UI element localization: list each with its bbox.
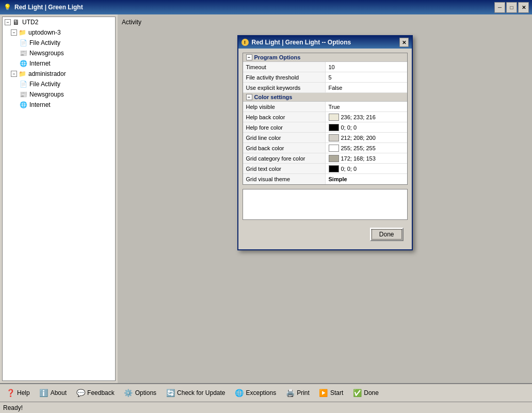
help-button[interactable]: ❓ Help xyxy=(3,387,33,399)
prop-value-help-visible[interactable]: True xyxy=(326,102,407,112)
options-label: Options xyxy=(135,389,156,396)
about-icon: ℹ️ xyxy=(39,388,49,398)
expand-icon-utd2[interactable]: − xyxy=(5,19,11,25)
check-for-update-icon: 🔄 xyxy=(166,388,175,398)
grid-line-color-text: 212; 208; 200 xyxy=(341,135,376,141)
prop-value-grid-category-fore-color[interactable]: 172; 168; 153 xyxy=(326,153,407,163)
print-label: Print xyxy=(297,389,310,396)
tree-label-utd2: UTD2 xyxy=(22,19,38,26)
help-back-color-swatch[interactable] xyxy=(329,114,339,121)
tree-item-uptodown3[interactable]: − 📁 uptodown-3 xyxy=(3,27,115,38)
tree-label-internet-1: Internet xyxy=(29,60,51,67)
tree-item-file-activity-1[interactable]: 📄 File Activity xyxy=(3,38,115,48)
grid-line-color-swatch[interactable] xyxy=(329,134,339,141)
tree-item-newsgroups-2[interactable]: 📰 Newsgroups xyxy=(3,89,115,100)
done-button[interactable]: Done xyxy=(370,228,404,241)
color-settings-label: Color settings xyxy=(254,94,293,100)
status-bar: Ready! xyxy=(0,402,532,413)
grid-category-fore-color-text: 172; 168; 153 xyxy=(341,155,376,162)
prop-value-help-back-color[interactable]: 236; 233; 216 xyxy=(326,112,407,122)
done-toolbar-button[interactable]: ✅ Done xyxy=(350,387,381,399)
tree-label-newsgroups-1: Newsgroups xyxy=(29,50,64,57)
prop-name-file-activity-threshold: File activity threshold xyxy=(243,72,326,82)
folder-icon-uptodown3: 📁 xyxy=(18,28,26,37)
prop-name-help-visible: Help visible xyxy=(243,102,326,112)
tree-item-newsgroups-1[interactable]: 📰 Newsgroups xyxy=(3,48,115,58)
tree-panel: − 🖥 UTD2 − 📁 uptodown-3 📄 File Activity … xyxy=(2,17,116,381)
prop-name-grid-category-fore-color: Grid category fore color xyxy=(243,153,326,163)
check-for-update-button[interactable]: 🔄 Check for Update xyxy=(163,387,228,399)
tree-item-administrador[interactable]: − 📁 administrador xyxy=(3,69,115,79)
start-button[interactable]: ▶️ Start xyxy=(316,387,346,399)
prop-name-grid-back-color: Grid back color xyxy=(243,143,326,153)
options-button[interactable]: ⚙️ Options xyxy=(121,387,159,399)
expand-icon-administrador[interactable]: − xyxy=(11,71,17,77)
grid-text-color-swatch[interactable] xyxy=(329,165,339,172)
prop-row-grid-text-color: Grid text color 0; 0; 0 xyxy=(243,164,407,174)
prop-name-help-back-color: Help back color xyxy=(243,112,326,122)
prop-value-use-explicit-keywords[interactable]: False xyxy=(326,83,407,92)
window-controls: ─ □ ✕ xyxy=(494,2,529,13)
computer-icon: 🖥 xyxy=(12,18,20,26)
prop-value-grid-back-color[interactable]: 255; 255; 255 xyxy=(326,143,407,153)
prop-value-grid-line-color[interactable]: 212; 208; 200 xyxy=(326,133,407,142)
help-fore-color-swatch[interactable] xyxy=(329,124,339,131)
expand-icon-uptodown3[interactable]: − xyxy=(11,29,17,36)
close-button[interactable]: ✕ xyxy=(518,2,529,13)
prop-row-timeout: Timeout 10 xyxy=(243,62,407,72)
about-button[interactable]: ℹ️ About xyxy=(37,387,69,399)
program-options-header: − Program Options xyxy=(243,53,407,62)
help-back-color-text: 236; 233; 216 xyxy=(341,114,376,120)
start-icon: ▶️ xyxy=(319,388,328,398)
start-label: Start xyxy=(330,389,343,396)
prop-value-file-activity-threshold[interactable]: 5 xyxy=(326,72,407,82)
options-icon: ⚙️ xyxy=(124,388,133,398)
modal-overlay: ! Red Light | Green Light -- Options ✕ −… xyxy=(118,14,532,383)
prop-name-grid-line-color: Grid line color xyxy=(243,133,326,142)
news-icon-1: 📰 xyxy=(19,49,27,57)
color-settings-toggle[interactable]: − xyxy=(246,94,252,100)
feedback-icon: 💬 xyxy=(76,388,85,398)
feedback-button[interactable]: 💬 Feedback xyxy=(73,387,117,399)
prop-row-grid-line-color: Grid line color 212; 208; 200 xyxy=(243,133,407,143)
grid-back-color-swatch[interactable] xyxy=(329,145,339,152)
tree-item-internet-2[interactable]: 🌐 Internet xyxy=(3,100,115,110)
prop-value-help-fore-color[interactable]: 0; 0; 0 xyxy=(326,122,407,132)
prop-row-file-activity-threshold: File activity threshold 5 xyxy=(243,72,407,83)
dialog-body: − Program Options Timeout 10 File activi… xyxy=(238,49,412,249)
exceptions-button[interactable]: 🌐 Exceptions xyxy=(232,387,279,399)
tree-label-administrador: administrador xyxy=(28,70,66,77)
tree-item-file-activity-2[interactable]: 📄 File Activity xyxy=(3,79,115,89)
tree-item-utd2[interactable]: − 🖥 UTD2 xyxy=(3,17,115,27)
dialog-title: Red Light | Green Light -- Options xyxy=(252,39,399,46)
maximize-button[interactable]: □ xyxy=(506,2,517,13)
prop-name-grid-visual-theme: Grid visual theme xyxy=(243,174,326,184)
program-options-toggle[interactable]: − xyxy=(246,54,252,60)
tree-label-internet-2: Internet xyxy=(29,101,51,108)
prop-row-use-explicit-keywords: Use explicit keywords False xyxy=(243,83,407,93)
bottom-toolbar: ❓ Help ℹ️ About 💬 Feedback ⚙️ Options 🔄 … xyxy=(0,383,532,402)
minimize-button[interactable]: ─ xyxy=(494,2,505,13)
window-title: Red Light | Green Light xyxy=(14,4,494,11)
prop-value-grid-text-color[interactable]: 0; 0; 0 xyxy=(326,164,407,173)
prop-value-grid-visual-theme[interactable]: Simple xyxy=(326,174,407,184)
print-button[interactable]: 🖨️ Print xyxy=(283,387,312,399)
dialog-title-bar: ! Red Light | Green Light -- Options ✕ xyxy=(238,36,412,49)
grid-category-fore-color-swatch[interactable] xyxy=(329,155,339,162)
options-dialog: ! Red Light | Green Light -- Options ✕ −… xyxy=(237,35,413,250)
property-grid: − Program Options Timeout 10 File activi… xyxy=(243,53,408,185)
color-settings-header: − Color settings xyxy=(243,93,407,102)
dialog-footer: Done xyxy=(243,226,408,245)
dialog-textarea[interactable] xyxy=(243,189,408,220)
prop-row-grid-category-fore-color: Grid category fore color 172; 168; 153 xyxy=(243,153,407,164)
tree-label-newsgroups-2: Newsgroups xyxy=(29,91,64,98)
print-icon: 🖨️ xyxy=(285,388,295,398)
dialog-close-button[interactable]: ✕ xyxy=(399,38,409,47)
globe-icon-2: 🌐 xyxy=(19,101,27,109)
prop-value-timeout[interactable]: 10 xyxy=(326,62,407,72)
file-icon-2: 📄 xyxy=(19,80,27,88)
feedback-label: Feedback xyxy=(87,389,115,396)
done-toolbar-icon: ✅ xyxy=(352,388,362,398)
tree-label-file-activity-2: File Activity xyxy=(29,81,60,88)
tree-item-internet-1[interactable]: 🌐 Internet xyxy=(3,58,115,69)
